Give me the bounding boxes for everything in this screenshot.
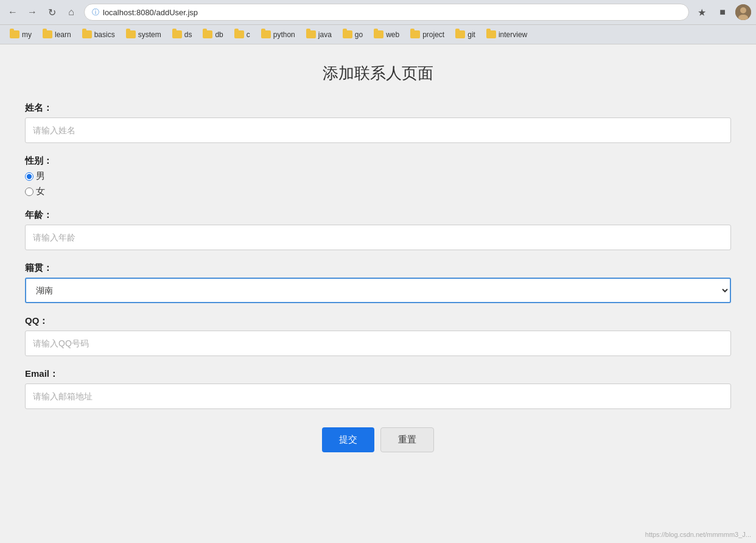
- bookmark-label: git: [467, 30, 475, 39]
- reset-button[interactable]: 重置: [380, 427, 434, 452]
- watermark: https://blog.csdn.net/mmmmm3_J...: [645, 531, 751, 538]
- button-group: 提交 重置: [25, 427, 731, 452]
- bookmark-label: interview: [499, 30, 527, 39]
- bookmark-label: python: [273, 30, 295, 39]
- bookmark-label: learn: [55, 30, 71, 39]
- browser-chrome: ← → ↻ ⌂ ⓘ localhost:8080/addUser.jsp ★ ■: [0, 0, 756, 44]
- age-label: 年龄：: [25, 209, 731, 221]
- bookmark-c[interactable]: c: [229, 29, 255, 41]
- bookmark-label: project: [422, 30, 444, 39]
- bookmark-git[interactable]: git: [450, 29, 480, 41]
- folder-icon: [126, 30, 136, 38]
- bookmark-label: c: [247, 30, 250, 39]
- refresh-button[interactable]: ↻: [44, 4, 60, 20]
- page-content: 添加联系人页面 姓名： 性别： 男 女: [0, 44, 756, 543]
- bookmark-python[interactable]: python: [256, 29, 300, 41]
- folder-icon: [234, 30, 244, 38]
- hometown-label: 籍贯：: [25, 262, 731, 274]
- form-container: 添加联系人页面 姓名： 性别： 男 女: [25, 63, 731, 452]
- email-group: Email：: [25, 368, 731, 409]
- home-button[interactable]: ⌂: [63, 4, 79, 20]
- bookmark-project[interactable]: project: [405, 29, 449, 41]
- bookmark-go[interactable]: go: [338, 29, 368, 41]
- folder-icon: [43, 30, 52, 38]
- gender-male-label[interactable]: 男: [25, 170, 731, 182]
- bookmark-label: my: [22, 30, 32, 39]
- browser-toolbar: ← → ↻ ⌂ ⓘ localhost:8080/addUser.jsp ★ ■: [0, 0, 756, 24]
- address-bar[interactable]: ⓘ localhost:8080/addUser.jsp: [84, 4, 689, 21]
- gender-female-text: 女: [36, 186, 45, 197]
- hometown-select[interactable]: 湖南 北京 上海 广东 浙江 江苏 四川 湖北: [25, 278, 731, 303]
- folder-icon: [455, 30, 465, 38]
- gender-radio-group: 男 女: [25, 170, 731, 197]
- name-label: 姓名：: [25, 102, 731, 114]
- folder-icon: [486, 30, 496, 38]
- url-text: localhost:8080/addUser.jsp: [103, 8, 681, 17]
- nav-buttons: ← → ↻ ⌂: [5, 4, 79, 20]
- qq-label: QQ：: [25, 315, 731, 327]
- folder-icon: [203, 30, 212, 38]
- bookmark-web[interactable]: web: [369, 29, 404, 41]
- bookmark-label: system: [138, 30, 161, 39]
- gender-male-radio[interactable]: [25, 172, 33, 181]
- qq-group: QQ：: [25, 315, 731, 356]
- forward-button[interactable]: →: [24, 4, 40, 20]
- name-input[interactable]: [25, 117, 731, 143]
- email-label: Email：: [25, 368, 731, 380]
- bookmark-ds[interactable]: ds: [167, 29, 197, 41]
- gender-male-text: 男: [36, 170, 45, 182]
- security-icon: ⓘ: [92, 7, 99, 18]
- bookmark-system[interactable]: system: [121, 29, 166, 41]
- folder-icon: [306, 30, 316, 38]
- folder-icon: [410, 30, 420, 38]
- back-button[interactable]: ←: [5, 4, 21, 20]
- bookmark-label: java: [318, 30, 332, 39]
- bookmark-interview[interactable]: interview: [481, 29, 532, 41]
- bookmark-label: web: [386, 30, 399, 39]
- bookmark-label: db: [215, 30, 223, 39]
- bookmark-label: basics: [94, 30, 115, 39]
- bookmark-db[interactable]: db: [198, 29, 228, 41]
- toolbar-right: ★ ■: [694, 4, 751, 20]
- bookmark-java[interactable]: java: [301, 29, 337, 41]
- gender-female-radio[interactable]: [25, 187, 33, 196]
- extensions-icon[interactable]: ■: [715, 4, 730, 20]
- submit-button[interactable]: 提交: [322, 427, 374, 452]
- age-input[interactable]: [25, 225, 731, 250]
- bookmark-label: ds: [184, 30, 192, 39]
- add-user-form: 姓名： 性别： 男 女 年龄：: [25, 102, 731, 452]
- gender-label: 性别：: [25, 155, 731, 167]
- folder-icon: [172, 30, 182, 38]
- folder-icon: [343, 30, 352, 38]
- folder-icon: [10, 30, 19, 38]
- age-group: 年龄：: [25, 209, 731, 250]
- bookmark-basics[interactable]: basics: [77, 29, 120, 41]
- folder-icon: [261, 30, 271, 38]
- bookmark-my[interactable]: my: [5, 29, 37, 41]
- name-group: 姓名：: [25, 102, 731, 143]
- gender-female-label[interactable]: 女: [25, 186, 731, 197]
- bookmark-learn[interactable]: learn: [38, 29, 76, 41]
- bookmarks-bar: my learn basics system ds db c python: [0, 24, 756, 44]
- folder-icon: [82, 30, 92, 38]
- hometown-group: 籍贯： 湖南 北京 上海 广东 浙江 江苏 四川 湖北: [25, 262, 731, 303]
- page-title: 添加联系人页面: [25, 63, 731, 84]
- email-input[interactable]: [25, 384, 731, 409]
- folder-icon: [374, 30, 383, 38]
- svg-point-1: [740, 7, 746, 13]
- gender-group: 性别： 男 女: [25, 155, 731, 197]
- bookmark-label: go: [355, 30, 363, 39]
- star-icon[interactable]: ★: [694, 4, 710, 20]
- qq-input[interactable]: [25, 331, 731, 356]
- user-avatar[interactable]: [735, 4, 751, 20]
